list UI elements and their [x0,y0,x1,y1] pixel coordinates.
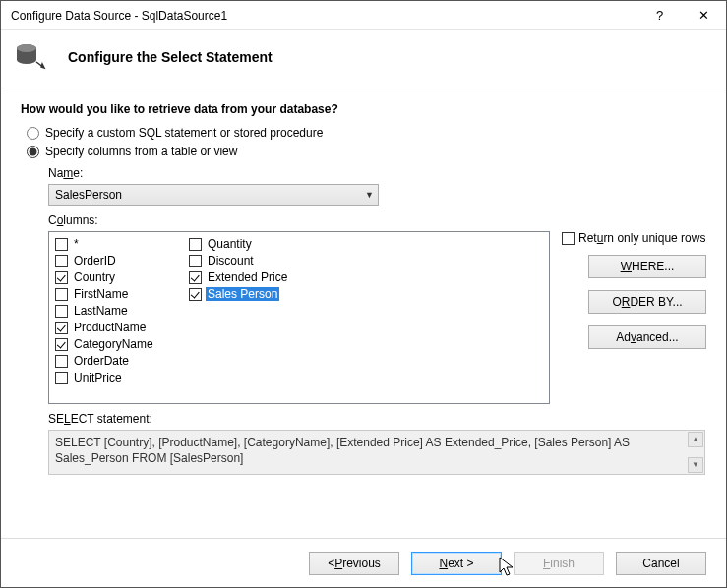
column-checkbox-productname[interactable]: ProductName [55,320,189,335]
cancel-button[interactable]: Cancel [616,552,706,575]
checkbox-icon[interactable] [55,322,68,334]
scroll-down-icon[interactable]: ▼ [688,457,703,473]
checkbox-icon[interactable] [55,255,68,267]
svg-point-1 [17,44,36,52]
column-label: Discount [206,254,256,267]
checkbox-icon[interactable] [55,355,68,368]
wizard-header: Configure the Select Statement [1,30,726,88]
radio-table-view[interactable]: Specify columns from a table or view [27,145,706,158]
column-label: Extended Price [206,270,289,284]
column-checkbox-quantity[interactable]: Quantity [189,236,323,252]
column-checkbox-unitprice[interactable]: UnitPrice [55,370,189,385]
column-label: * [72,237,81,251]
finish-button: Finish [514,552,604,575]
radio-custom-sql-label: Specify a custom SQL statement or stored… [45,126,323,140]
column-checkbox-*[interactable]: * [55,236,189,252]
advanced-button[interactable]: Advanced... [588,325,706,349]
close-button[interactable]: ✕ [682,1,726,30]
columns-listbox[interactable]: *OrderIDCountryFirstNameLastNameProductN… [48,231,550,404]
unique-rows-checkbox[interactable]: Return only unique rows [562,231,706,245]
checkbox-icon[interactable] [189,255,202,267]
column-label: UnitPrice [72,371,124,384]
column-label: LastName [72,304,130,318]
columns-label: Columns: [48,213,706,227]
radio-table-view-input[interactable] [27,146,39,158]
column-checkbox-country[interactable]: Country [55,269,189,285]
radio-custom-sql[interactable]: Specify a custom SQL statement or stored… [27,126,706,140]
unique-rows-chk[interactable] [562,232,575,245]
column-label: FirstName [72,287,130,301]
select-stmt-text: SELECT [Country], [ProductName], [Catego… [55,436,630,465]
footer: < Previous Next > Finish Cancel [1,538,726,587]
column-checkbox-sales-person[interactable]: Sales Person [189,286,323,302]
name-label: Name: [48,166,706,180]
chevron-down-icon: ▼ [365,190,374,200]
column-label: Quantity [206,237,254,251]
window-title: Configure Data Source - SqlDataSource1 [11,9,637,23]
database-icon [15,40,48,74]
orderby-button[interactable]: ORDER BY... [588,290,706,314]
radio-table-view-label: Specify columns from a table or view [45,145,237,158]
checkbox-icon[interactable] [189,238,202,251]
checkbox-icon[interactable] [55,288,68,301]
close-icon: ✕ [698,8,709,23]
column-checkbox-lastname[interactable]: LastName [55,303,189,319]
titlebar: Configure Data Source - SqlDataSource1 ?… [1,1,726,30]
next-button[interactable]: Next > [411,552,502,575]
column-checkbox-firstname[interactable]: FirstName [55,286,189,302]
checkbox-icon[interactable] [189,271,202,284]
checkbox-icon[interactable] [55,372,68,384]
checkbox-icon[interactable] [55,238,68,251]
column-checkbox-extended-price[interactable]: Extended Price [189,269,323,285]
column-label: OrderID [72,254,118,267]
select-stmt-label: SELECT statement: [48,412,706,426]
checkbox-icon[interactable] [55,271,68,284]
column-label: OrderDate [72,354,131,368]
column-label: ProductName [72,321,148,334]
scroll-up-icon[interactable]: ▲ [688,432,703,447]
select-stmt-box: SELECT [Country], [ProductName], [Catego… [48,430,705,475]
column-checkbox-discount[interactable]: Discount [189,253,323,268]
column-label: CategoryName [72,337,155,351]
column-checkbox-orderid[interactable]: OrderID [55,253,189,268]
wizard-title: Configure the Select Statement [68,49,273,65]
column-checkbox-categoryname[interactable]: CategoryName [55,336,189,352]
unique-rows-label: Return only unique rows [578,231,705,245]
where-button[interactable]: WHERE... [588,255,706,278]
help-button[interactable]: ? [637,1,682,30]
name-value: SalesPerson [55,188,122,202]
column-checkbox-orderdate[interactable]: OrderDate [55,353,189,369]
checkbox-icon[interactable] [55,338,68,351]
name-combobox[interactable]: SalesPerson ▼ [48,184,379,206]
column-label: Sales Person [206,287,279,301]
checkbox-icon[interactable] [189,288,202,301]
question-text: How would you like to retrieve data from… [21,102,706,116]
previous-button[interactable]: < Previous [309,552,399,575]
checkbox-icon[interactable] [55,305,68,318]
column-label: Country [72,270,117,284]
divider [1,88,726,88]
radio-custom-sql-input[interactable] [27,127,39,140]
help-icon: ? [656,8,663,23]
